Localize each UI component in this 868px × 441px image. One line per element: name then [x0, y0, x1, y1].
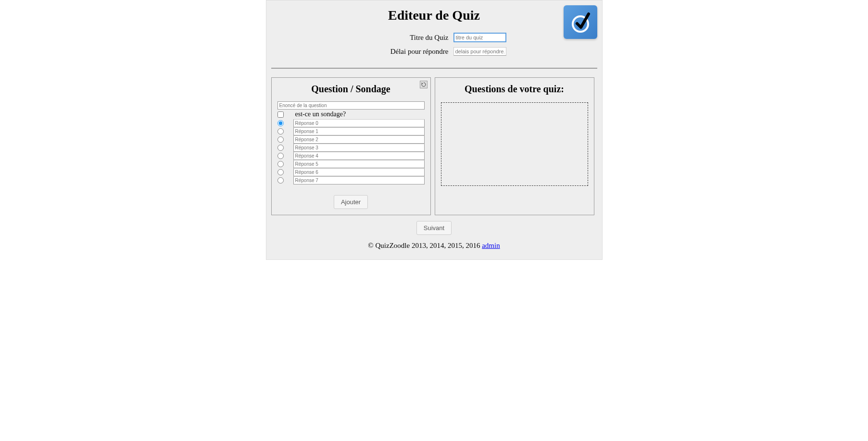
questions-list-title: Questions de votre quiz:	[441, 84, 588, 95]
question-panel-title-text: Question / Sondage	[311, 84, 390, 94]
question-panel-title: Question / Sondage	[277, 84, 425, 95]
answer-row	[277, 127, 425, 135]
questions-drop-zone[interactable]	[441, 102, 588, 186]
next-button[interactable]: Suivant	[416, 221, 452, 235]
add-button-wrap: Ajouter	[277, 195, 425, 209]
header: Editeur de Quiz Titre du Quiz Délai pour…	[271, 8, 597, 69]
answer-radio-7[interactable]	[277, 177, 284, 184]
answer-row	[277, 168, 425, 176]
answer-row	[277, 119, 425, 127]
sondage-checkbox[interactable]	[277, 111, 284, 118]
questions-list-panel: Questions de votre quiz:	[435, 77, 594, 215]
answer-input-3[interactable]	[293, 144, 425, 152]
page-title: Editeur de Quiz	[271, 8, 597, 23]
answer-row	[277, 135, 425, 144]
answer-radio-4[interactable]	[277, 153, 284, 159]
sondage-label: est-ce un sondage?	[295, 110, 346, 118]
delay-input[interactable]	[453, 47, 506, 56]
answer-radio-1[interactable]	[277, 128, 284, 135]
refresh-icon[interactable]	[420, 81, 428, 88]
answer-radio-2[interactable]	[277, 136, 284, 143]
answer-input-1[interactable]	[293, 127, 425, 135]
quiz-title-row: Titre du Quiz	[271, 33, 597, 42]
answer-input-2[interactable]	[293, 135, 425, 144]
answer-radio-6[interactable]	[277, 169, 284, 175]
main-container: Editeur de Quiz Titre du Quiz Délai pour…	[266, 0, 603, 260]
answer-input-4[interactable]	[293, 152, 425, 160]
answer-row	[277, 152, 425, 160]
delay-label: Délai pour répondre	[362, 48, 449, 56]
quiz-title-input[interactable]	[453, 33, 506, 42]
answer-row	[277, 144, 425, 152]
answer-row	[277, 160, 425, 168]
admin-link[interactable]: admin	[482, 242, 500, 249]
panels-container: Question / Sondage est-ce un sondage? Aj…	[271, 77, 597, 215]
footer: © QuizZoodle 2013, 2014, 2015, 2016 admi…	[271, 242, 597, 250]
next-button-wrap: Suivant	[271, 221, 597, 235]
answer-radio-3[interactable]	[277, 145, 284, 151]
delay-row: Délai pour répondre	[271, 47, 597, 56]
answers-container	[277, 119, 425, 184]
answer-input-7[interactable]	[293, 176, 425, 184]
answer-radio-0[interactable]	[277, 120, 284, 126]
answer-input-6[interactable]	[293, 168, 425, 176]
question-panel: Question / Sondage est-ce un sondage? Aj…	[271, 77, 431, 215]
question-text-input[interactable]	[277, 101, 425, 110]
copyright-text: © QuizZoodle 2013, 2014, 2015, 2016	[368, 242, 482, 249]
answer-row	[277, 176, 425, 184]
quiz-title-label: Titre du Quiz	[362, 34, 449, 42]
sondage-row: est-ce un sondage?	[277, 110, 425, 118]
add-button[interactable]: Ajouter	[334, 195, 368, 209]
checkmark-logo-icon	[568, 10, 592, 34]
app-logo	[564, 5, 597, 39]
answer-input-5[interactable]	[293, 160, 425, 168]
answer-input-0[interactable]	[293, 119, 425, 127]
answer-radio-5[interactable]	[277, 161, 284, 167]
